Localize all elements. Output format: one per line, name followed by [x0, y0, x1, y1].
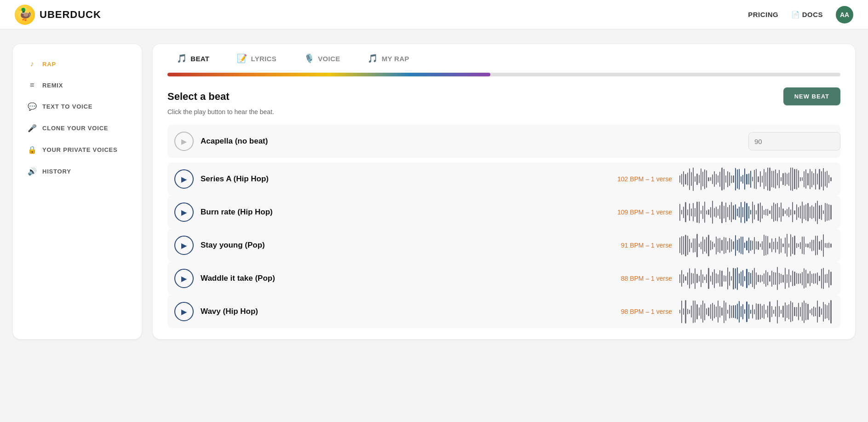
beat-section: Select a beat NEW BEAT Click the play bu…: [153, 87, 855, 339]
sidebar-item-clone-voice[interactable]: 🎤 CLONE YOUR VOICE: [17, 117, 138, 139]
acapella-name: Acapella (no beat): [201, 137, 748, 146]
main-content: 🎵 BEAT 📝 LYRICS 🎙️ VOICE 🎵 MY RAP: [153, 44, 855, 339]
remix-icon: ≡: [28, 81, 37, 89]
beat-row-wavy[interactable]: ▶Wavy (Hip Hop)98 BPM – 1 verse: [167, 295, 840, 328]
sidebar-item-label: HISTORY: [42, 168, 71, 175]
play-button-burn-rate[interactable]: ▶: [174, 202, 194, 222]
voice-tab-icon: 🎙️: [304, 53, 314, 64]
beat-meta-wavy: 98 BPM – 1 verse: [621, 308, 672, 315]
beat-name-stay-young: Stay young (Pop): [201, 241, 614, 250]
mic-icon: 🎤: [28, 124, 37, 133]
play-wrap-series-a: ▶: [167, 162, 201, 196]
sidebar-item-text-to-voice[interactable]: 💬 TEXT TO VOICE: [17, 96, 138, 117]
play-button-stay-young[interactable]: ▶: [174, 236, 194, 255]
acapella-play-wrap: ▶: [167, 125, 201, 158]
beat-meta-stay-young: 91 BPM – 1 verse: [621, 242, 672, 249]
my-rap-tab-icon: 🎵: [368, 53, 378, 64]
lyrics-tab-icon: 📝: [237, 53, 247, 64]
play-wrap-waddle-it: ▶: [167, 262, 201, 295]
beat-name-waddle-it: Waddle it take (Pop): [201, 274, 614, 283]
play-button-series-a[interactable]: ▶: [174, 169, 194, 189]
waveform-series-a: [679, 166, 831, 192]
acapella-bpm-input[interactable]: [748, 132, 840, 150]
tab-beat[interactable]: 🎵 BEAT: [167, 44, 228, 73]
sidebar-item-label: CLONE YOUR VOICE: [42, 125, 108, 132]
beat-name-wavy: Wavy (Hip Hop): [201, 307, 614, 316]
logo-duck-icon: 🦆: [15, 5, 35, 25]
progress-bar-track: [167, 73, 840, 76]
music-icon: ♪: [28, 60, 37, 68]
tab-lyrics[interactable]: 📝 LYRICS: [228, 44, 295, 73]
header: 🦆 UBERDUCK PRICING 📄 DOCS AA: [0, 0, 868, 29]
sidebar-item-remix[interactable]: ≡ REMIX: [17, 75, 138, 96]
avatar[interactable]: AA: [836, 6, 853, 23]
beat-name-series-a: Series A (Hip Hop): [201, 174, 610, 184]
docs-icon: 📄: [791, 11, 800, 19]
sidebar: ♪ RAP ≡ REMIX 💬 TEXT TO VOICE 🎤 CLONE YO…: [13, 44, 142, 339]
chat-icon: 💬: [28, 102, 37, 111]
play-button-wavy[interactable]: ▶: [174, 302, 194, 321]
sidebar-item-rap[interactable]: ♪ RAP: [17, 53, 138, 75]
beat-row-waddle-it[interactable]: ▶Waddle it take (Pop)88 BPM – 1 verse: [167, 262, 840, 295]
beat-meta-series-a: 102 BPM – 1 verse: [617, 175, 672, 183]
play-wrap-burn-rate: ▶: [167, 196, 201, 229]
beat-row-stay-young[interactable]: ▶Stay young (Pop)91 BPM – 1 verse: [167, 229, 840, 262]
docs-link[interactable]: 📄 DOCS: [791, 11, 823, 19]
new-beat-button[interactable]: NEW BEAT: [783, 87, 840, 105]
tab-voice[interactable]: 🎙️ VOICE: [295, 44, 359, 73]
play-button-waddle-it[interactable]: ▶: [174, 269, 194, 288]
sidebar-item-history[interactable]: 🔊 HISTORY: [17, 161, 138, 182]
logo[interactable]: 🦆 UBERDUCK: [15, 5, 101, 25]
waveform-stay-young: [679, 232, 831, 258]
beat-meta-burn-rate: 109 BPM – 1 verse: [617, 208, 672, 216]
sidebar-item-label: YOUR PRIVATE VOICES: [42, 146, 118, 153]
brand-name: UBERDUCK: [40, 9, 101, 21]
sidebar-item-label: RAP: [42, 61, 56, 68]
play-wrap-stay-young: ▶: [167, 229, 201, 262]
beat-row-burn-rate[interactable]: ▶Burn rate (Hip Hop)109 BPM – 1 verse: [167, 196, 840, 229]
tabs: 🎵 BEAT 📝 LYRICS 🎙️ VOICE 🎵 MY RAP: [153, 44, 855, 73]
beat-name-burn-rate: Burn rate (Hip Hop): [201, 208, 610, 217]
speaker-icon: 🔊: [28, 167, 37, 176]
beat-row-series-a[interactable]: ▶Series A (Hip Hop)102 BPM – 1 verse: [167, 162, 840, 196]
waveform-burn-rate: [679, 199, 831, 225]
beat-subtitle: Click the play button to hear the beat.: [167, 108, 840, 116]
acapella-row[interactable]: ▶ Acapella (no beat): [167, 125, 840, 158]
beat-section-title: Select a beat: [167, 91, 230, 103]
waveform-waddle-it: [679, 266, 831, 291]
lock-icon: 🔒: [28, 145, 37, 154]
beat-header: Select a beat NEW BEAT: [167, 87, 840, 105]
waveform-wavy: [679, 299, 831, 324]
beat-rows-container: ▶Series A (Hip Hop)102 BPM – 1 verse▶Bur…: [167, 162, 840, 328]
play-wrap-wavy: ▶: [167, 295, 201, 328]
beat-tab-icon: 🎵: [177, 53, 187, 64]
progress-bar-fill: [167, 73, 490, 76]
sidebar-item-label: TEXT TO VOICE: [42, 103, 92, 110]
acapella-play-button[interactable]: ▶: [174, 132, 194, 151]
beat-meta-waddle-it: 88 BPM – 1 verse: [621, 275, 672, 282]
main-layout: ♪ RAP ≡ REMIX 💬 TEXT TO VOICE 🎤 CLONE YO…: [0, 29, 868, 354]
header-nav: PRICING 📄 DOCS AA: [748, 6, 853, 23]
beat-list: ▶ Acapella (no beat) ▶Series A (Hip Hop)…: [167, 125, 840, 328]
sidebar-item-label: REMIX: [42, 82, 63, 89]
sidebar-item-private-voices[interactable]: 🔒 YOUR PRIVATE VOICES: [17, 139, 138, 161]
progress-bar-wrap: [153, 73, 855, 76]
pricing-link[interactable]: PRICING: [748, 11, 778, 18]
tab-my-rap[interactable]: 🎵 MY RAP: [358, 44, 427, 73]
